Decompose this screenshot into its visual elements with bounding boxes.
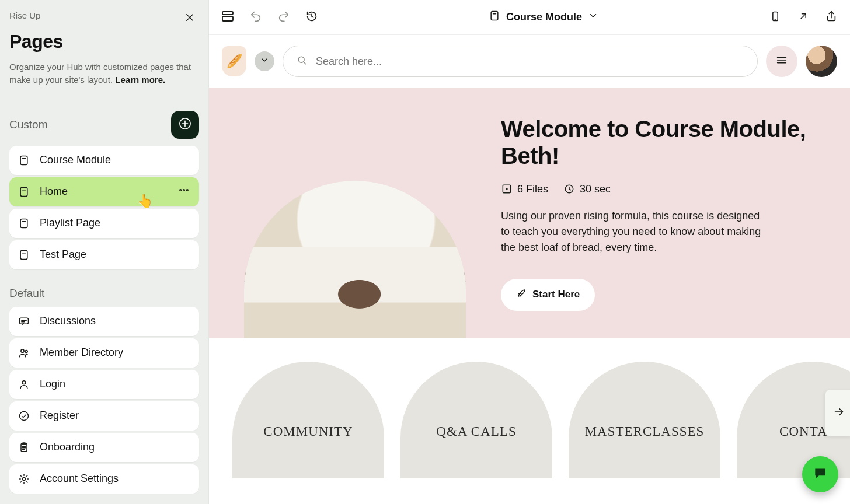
chat-icon <box>813 466 828 483</box>
undo-button[interactable] <box>248 9 264 26</box>
chevron-down-icon <box>260 55 269 67</box>
page-item-register[interactable]: Register <box>9 401 199 430</box>
page-label: Discussions <box>40 315 96 327</box>
brand-name: Rise Up <box>9 10 199 20</box>
page-item-test-page[interactable]: Test Page <box>9 240 199 270</box>
page-item-account-settings[interactable]: Account Settings <box>9 464 199 494</box>
learn-more-link[interactable]: Learn more. <box>115 75 165 85</box>
hero-description: Using our proven rising formula, this co… <box>501 208 764 256</box>
user-avatar[interactable] <box>806 46 837 77</box>
files-count: 6 Files <box>517 183 548 195</box>
hero-image <box>244 181 466 338</box>
svg-rect-8 <box>20 318 29 324</box>
layout-toggle-button[interactable] <box>220 9 236 26</box>
more-icon <box>178 184 190 199</box>
chat-fab[interactable] <box>802 456 838 492</box>
svg-rect-6 <box>20 219 27 228</box>
duration-meta: 30 sec <box>563 183 611 195</box>
site-nav-dropdown[interactable] <box>255 51 274 71</box>
user-icon <box>18 378 30 391</box>
layout-icon <box>221 9 235 26</box>
open-external-button[interactable] <box>795 9 811 26</box>
share-button[interactable] <box>823 9 839 26</box>
share-icon <box>825 10 838 25</box>
files-icon <box>501 183 513 195</box>
sidebar-pages-panel: Rise Up Pages Organize your Hub with cus… <box>0 0 209 504</box>
page-label: Home <box>40 186 68 198</box>
site-header: 🥖 <box>209 35 850 88</box>
svg-point-20 <box>298 57 304 62</box>
category-card-qacalls[interactable]: Q&A CALLS <box>400 362 552 478</box>
svg-point-10 <box>25 350 27 352</box>
site-search[interactable] <box>283 46 758 77</box>
panel-title: Pages <box>9 31 199 52</box>
hamburger-icon <box>775 54 788 69</box>
page-item-discussions[interactable]: Discussions <box>9 307 199 336</box>
page-item-login[interactable]: Login <box>9 370 199 399</box>
close-panel-button[interactable] <box>182 10 198 27</box>
document-switcher[interactable]: Course Module <box>482 6 605 28</box>
card-label: Q&A CALLS <box>436 424 516 439</box>
duration-value: 30 sec <box>580 183 611 195</box>
svg-rect-1 <box>20 156 27 164</box>
search-icon <box>296 54 308 69</box>
category-cards-row: COMMUNITY Q&A CALLS MASTERCLASSES CONTAC… <box>209 338 850 478</box>
mobile-icon <box>769 10 781 24</box>
svg-point-9 <box>21 349 24 352</box>
category-card-masterclasses[interactable]: MASTERCLASSES <box>569 362 720 478</box>
rocket-icon <box>516 288 527 302</box>
svg-rect-2 <box>20 187 27 196</box>
device-preview-button[interactable] <box>767 9 783 26</box>
undo-icon <box>249 10 262 25</box>
page-label: Onboarding <box>40 441 95 453</box>
history-button[interactable] <box>304 9 320 26</box>
users-icon <box>18 346 30 359</box>
close-icon <box>184 12 195 25</box>
site-menu-button[interactable] <box>766 46 797 77</box>
start-here-button[interactable]: Start Here <box>501 279 595 311</box>
svg-point-15 <box>23 477 26 480</box>
history-icon <box>305 10 318 25</box>
svg-point-12 <box>20 411 29 420</box>
check-circle-icon <box>18 410 30 422</box>
page-icon <box>18 186 30 198</box>
redo-button[interactable] <box>276 9 292 26</box>
hero-title: Welcome to Course Module, Beth! <box>501 116 832 169</box>
add-page-button[interactable] <box>171 111 199 139</box>
search-input[interactable] <box>316 55 744 68</box>
category-card-community[interactable]: COMMUNITY <box>232 362 384 478</box>
bread-logo-icon: 🥖 <box>227 54 242 69</box>
svg-point-3 <box>180 190 182 191</box>
page-label: Account Settings <box>40 473 119 485</box>
cards-next-button[interactable] <box>825 390 850 436</box>
page-item-member-directory[interactable]: Member Directory <box>9 338 199 368</box>
page-label: Playlist Page <box>40 217 100 229</box>
site-logo[interactable]: 🥖 <box>222 46 246 76</box>
cta-label: Start Here <box>532 289 580 300</box>
clock-icon <box>563 183 575 195</box>
page-more-button[interactable] <box>177 185 191 199</box>
document-title: Course Module <box>506 11 582 23</box>
redo-icon <box>277 10 290 25</box>
arrow-up-right-icon <box>797 10 809 24</box>
svg-rect-18 <box>491 12 498 20</box>
plus-icon <box>179 117 191 132</box>
editor-topbar: Course Module <box>209 0 850 35</box>
svg-rect-17 <box>222 16 233 21</box>
page-label: Member Directory <box>40 346 123 359</box>
page-item-course-module[interactable]: Course Module <box>9 146 199 175</box>
default-section-heading: Default <box>9 287 199 300</box>
panel-description: Organize your Hub with customized pages … <box>9 61 199 86</box>
card-label: MASTERCLASSES <box>585 424 705 439</box>
page-item-playlist-page[interactable]: Playlist Page <box>9 209 199 238</box>
gear-icon <box>18 473 30 485</box>
clipboard-icon <box>18 441 30 454</box>
arrow-right-icon <box>832 405 845 421</box>
chevron-down-icon <box>588 10 598 24</box>
page-item-home[interactable]: Home <box>9 177 199 206</box>
page-icon <box>18 217 30 230</box>
svg-point-5 <box>187 190 189 191</box>
page-label: Test Page <box>40 249 86 261</box>
discussions-icon <box>18 315 30 328</box>
page-item-onboarding[interactable]: Onboarding <box>9 433 199 462</box>
